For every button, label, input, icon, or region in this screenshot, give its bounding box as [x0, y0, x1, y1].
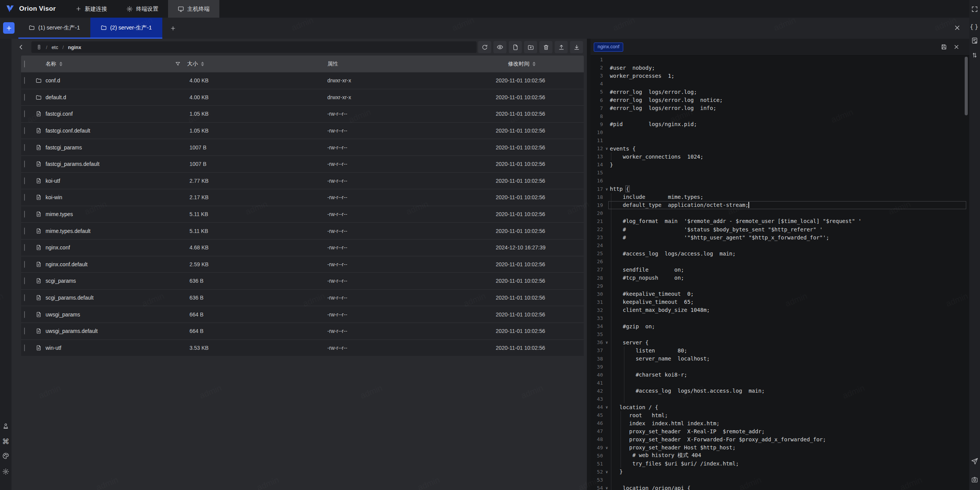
code-editor[interactable]: 12#user nobody;3worker_processes 1;45#er…: [591, 56, 969, 490]
preview-button[interactable]: [493, 41, 506, 53]
code-line-32[interactable]: 32 client_max_body_size 1048m;: [591, 306, 969, 314]
table-row[interactable]: nginx.conf.default2.59 KB-rw-r--r--2020-…: [21, 256, 584, 273]
menu-item-2[interactable]: 主机终端: [168, 0, 219, 18]
row-checkbox[interactable]: [24, 211, 25, 218]
code-line-30[interactable]: 30 #keepalive_timeout 0;: [591, 290, 969, 298]
code-line-36[interactable]: 36∨ server {: [591, 338, 969, 346]
filter-icon[interactable]: [175, 61, 181, 67]
row-checkbox[interactable]: [24, 110, 25, 117]
table-row[interactable]: fastcgi_params1007 B-rw-r--r--2020-11-01…: [21, 139, 584, 156]
row-checkbox[interactable]: [24, 177, 25, 184]
file-name[interactable]: conf.d: [46, 77, 60, 84]
fold-chevron-icon[interactable]: ∨: [604, 446, 610, 450]
column-header-mtime[interactable]: 修改时间: [508, 61, 529, 67]
fold-chevron-icon[interactable]: ∨: [604, 187, 610, 191]
code-line-43[interactable]: 43: [591, 395, 969, 403]
code-line-16[interactable]: 16: [591, 177, 969, 185]
row-checkbox[interactable]: [24, 328, 25, 334]
code-line-39[interactable]: 39: [591, 363, 969, 371]
file-name[interactable]: scgi_params.default: [46, 295, 93, 301]
code-line-48[interactable]: 48 proxy_set_header X-Forwarded-For $pro…: [591, 435, 969, 443]
new-folder-button[interactable]: [524, 41, 537, 53]
table-row[interactable]: conf.d4.00 KBdrwxr-xr-x2020-11-01 10:02:…: [21, 72, 584, 89]
file-name[interactable]: uwsgi_params: [46, 311, 80, 318]
code-line-49[interactable]: 49∨ proxy_set_header Host $http_host;: [591, 444, 969, 452]
code-line-17[interactable]: 17∨http {: [591, 185, 969, 193]
column-header-perm[interactable]: 属性: [327, 61, 338, 67]
code-line-14[interactable]: 14}: [591, 161, 969, 169]
fold-chevron-icon[interactable]: ∨: [604, 146, 610, 151]
fold-chevron-icon[interactable]: ∨: [604, 340, 610, 344]
download-button[interactable]: [570, 41, 583, 53]
add-tab-button[interactable]: [162, 18, 184, 39]
row-checkbox[interactable]: [24, 344, 25, 351]
code-line-54[interactable]: 54∨ location /orion/api {: [591, 484, 969, 490]
breadcrumb-segment[interactable]: etc: [52, 44, 58, 50]
code-line-21[interactable]: 21 #log_format main '$remote_addr - $rem…: [591, 217, 969, 225]
file-name[interactable]: win-utf: [46, 345, 61, 351]
code-line-10[interactable]: 10: [591, 128, 969, 136]
script-doc-icon[interactable]: [971, 37, 978, 44]
table-row[interactable]: scgi_params636 B-rw-r--r--2020-11-01 10:…: [21, 272, 584, 289]
file-name[interactable]: uwsgi_params.default: [46, 328, 98, 334]
code-line-25[interactable]: 25 #access_log logs/access.log main;: [591, 249, 969, 257]
table-row[interactable]: uwsgi_params664 B-rw-r--r--2020-11-01 10…: [21, 306, 584, 323]
select-all-checkbox[interactable]: [24, 61, 25, 67]
code-line-38[interactable]: 38 server_name localhost;: [591, 354, 969, 362]
file-name[interactable]: koi-utf: [46, 178, 60, 184]
row-checkbox[interactable]: [24, 127, 25, 134]
code-line-18[interactable]: 18 include mime.types;: [591, 193, 969, 201]
file-name[interactable]: fastcgi_params: [46, 144, 82, 151]
code-line-15[interactable]: 15: [591, 169, 969, 177]
code-line-12[interactable]: 12∨events {: [591, 144, 969, 152]
code-line-5[interactable]: 5#error_log logs/error.log;: [591, 88, 969, 96]
send-icon[interactable]: [971, 457, 978, 465]
terminal-tab-1[interactable]: (1) server-生产-1: [18, 18, 90, 39]
code-line-6[interactable]: 6#error_log logs/error.log notice;: [591, 96, 969, 104]
code-line-1[interactable]: 1: [591, 56, 969, 64]
code-line-34[interactable]: 34 #gzip on;: [591, 322, 969, 330]
file-name[interactable]: mime.types.default: [46, 228, 91, 234]
code-line-29[interactable]: 29: [591, 282, 969, 290]
code-line-4[interactable]: 4: [591, 80, 969, 88]
table-row[interactable]: default.d4.00 KBdrwxr-xr-x2020-11-01 10:…: [21, 89, 584, 106]
refresh-button[interactable]: [478, 41, 491, 53]
breadcrumb-segment[interactable]: nginx: [68, 44, 82, 50]
fold-chevron-icon[interactable]: ∨: [604, 486, 610, 490]
code-line-31[interactable]: 31 keepalive_timeout 65;: [591, 298, 969, 306]
file-name[interactable]: default.d: [46, 94, 66, 100]
code-line-22[interactable]: 22 # '$status $body_bytes_sent "$http_re…: [591, 225, 969, 233]
fullscreen-icon[interactable]: [971, 6, 978, 13]
fold-chevron-icon[interactable]: ∨: [604, 405, 610, 409]
upload-button[interactable]: [555, 41, 568, 53]
row-checkbox[interactable]: [24, 244, 25, 251]
menu-item-0[interactable]: 新建连接: [66, 0, 117, 18]
save-icon[interactable]: [941, 44, 947, 50]
code-line-50[interactable]: 50 # web history 模式 404: [591, 452, 969, 460]
settings-icon[interactable]: [2, 468, 10, 475]
table-row[interactable]: win-utf3.53 KB-rw-r--r--2020-11-01 10:02…: [21, 339, 584, 356]
table-row[interactable]: mime.types.default5.11 KB-rw-r--r--2020-…: [21, 222, 584, 239]
swap-vertical-icon[interactable]: [971, 52, 978, 59]
row-checkbox[interactable]: [24, 277, 25, 284]
code-line-19[interactable]: 19 default_type application/octet-stream…: [591, 201, 969, 209]
row-checkbox[interactable]: [24, 94, 25, 101]
new-connection-button[interactable]: [3, 22, 15, 34]
code-line-28[interactable]: 28 #tcp_nopush on;: [591, 274, 969, 282]
table-row[interactable]: uwsgi_params.default664 B-rw-r--r--2020-…: [21, 323, 584, 339]
code-line-52[interactable]: 52∨ }: [591, 468, 969, 476]
file-name[interactable]: fastcgi_params.default: [46, 161, 100, 167]
file-name[interactable]: koi-win: [46, 194, 62, 200]
code-line-46[interactable]: 46 index index.html index.htm;: [591, 419, 969, 427]
code-line-26[interactable]: 26: [591, 257, 969, 265]
user-icon[interactable]: [2, 423, 10, 430]
file-name[interactable]: scgi_params: [46, 278, 76, 284]
row-checkbox[interactable]: [24, 144, 25, 151]
file-name[interactable]: nginx.conf.default: [46, 261, 88, 267]
fold-chevron-icon[interactable]: ∨: [604, 470, 610, 474]
column-header-size[interactable]: 大小: [187, 61, 198, 67]
command-icon[interactable]: ⌘: [2, 437, 10, 446]
code-line-47[interactable]: 47 proxy_set_header X-Real-IP $remote_ad…: [591, 427, 969, 435]
code-line-44[interactable]: 44∨ location / {: [591, 403, 969, 411]
code-line-8[interactable]: 8: [591, 112, 969, 120]
